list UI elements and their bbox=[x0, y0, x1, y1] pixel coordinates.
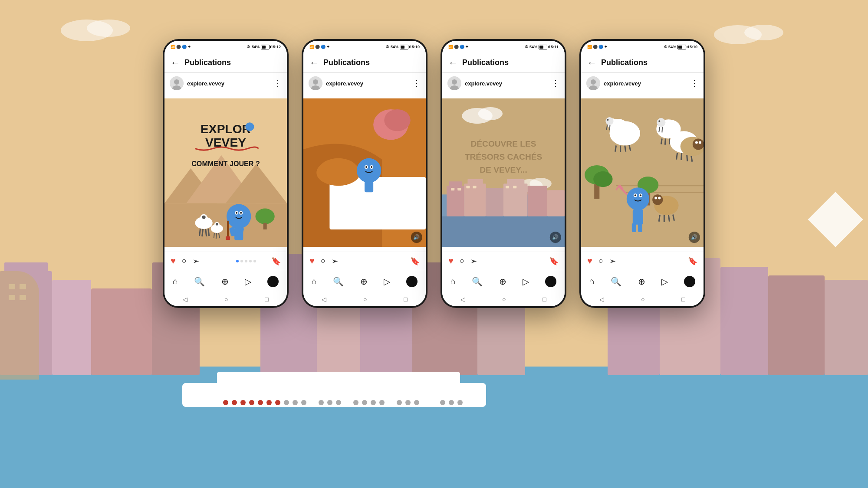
action-icons-4: ♥ ○ ➢ bbox=[587, 256, 688, 266]
page-indicator-1 bbox=[221, 260, 271, 262]
nav-profile-3[interactable] bbox=[545, 276, 556, 287]
android-home-1[interactable]: ○ bbox=[224, 296, 228, 303]
svg-rect-177 bbox=[633, 210, 643, 225]
share-button-4[interactable]: ➢ bbox=[609, 256, 616, 266]
svg-text:🔊: 🔊 bbox=[691, 234, 698, 240]
share-button-1[interactable]: ➢ bbox=[193, 256, 199, 266]
svg-line-73 bbox=[200, 229, 201, 236]
like-button-3[interactable]: ♥ bbox=[448, 256, 454, 266]
nav-home-2[interactable]: ⌂ bbox=[312, 276, 317, 286]
battery-percent-4: 54% bbox=[668, 45, 676, 49]
android-home-3[interactable]: ○ bbox=[502, 296, 506, 303]
nav-create-4[interactable]: ⊕ bbox=[638, 276, 645, 287]
svg-point-103 bbox=[452, 79, 457, 85]
nav-profile-2[interactable] bbox=[406, 276, 418, 287]
svg-point-72 bbox=[202, 216, 206, 219]
back-button-2[interactable]: ← bbox=[309, 57, 319, 69]
nav-profile-1[interactable] bbox=[267, 276, 279, 287]
phone-1: 📶 ⚫ 🔵 ✦ ✲ 54% 15:12 ← Publications bbox=[163, 39, 289, 308]
comment-button-4[interactable]: ○ bbox=[598, 256, 603, 265]
android-home-2[interactable]: ○ bbox=[363, 296, 367, 303]
like-button-2[interactable]: ♥ bbox=[309, 256, 315, 266]
nav-reels-1[interactable]: ▷ bbox=[245, 276, 251, 287]
nav-create-1[interactable]: ⊕ bbox=[221, 276, 229, 287]
svg-text:DÉCOUVRE LES: DÉCOUVRE LES bbox=[471, 139, 536, 148]
comment-button-3[interactable]: ○ bbox=[460, 256, 464, 265]
save-button-2[interactable]: 🔖 bbox=[410, 256, 420, 266]
android-home-4[interactable]: ○ bbox=[641, 296, 644, 303]
post-image-2: 🔊 bbox=[303, 94, 426, 252]
boat bbox=[182, 370, 486, 415]
share-button-2[interactable]: ➢ bbox=[332, 256, 338, 266]
save-button-1[interactable]: 🔖 bbox=[271, 256, 281, 266]
save-button-4[interactable]: 🔖 bbox=[688, 256, 697, 266]
nav-home-4[interactable]: ⌂ bbox=[589, 276, 595, 286]
page-title-4: Publications bbox=[601, 58, 648, 67]
android-back-4[interactable]: ◁ bbox=[599, 296, 604, 303]
top-bar-2: ← Publications bbox=[303, 53, 426, 73]
svg-line-81 bbox=[216, 233, 217, 239]
nav-search-4[interactable]: 🔍 bbox=[611, 276, 621, 287]
nav-reels-2[interactable]: ▷ bbox=[384, 276, 390, 287]
action-icons-2: ♥ ○ ➢ bbox=[309, 256, 410, 266]
battery-icon-4 bbox=[677, 45, 686, 49]
more-menu-2[interactable]: ⋮ bbox=[413, 79, 421, 87]
nav-search-2[interactable]: 🔍 bbox=[333, 276, 344, 287]
svg-point-63 bbox=[236, 212, 237, 214]
svg-text:EXPLOR: EXPLOR bbox=[201, 122, 251, 136]
svg-line-145 bbox=[615, 146, 616, 152]
nav-home-3[interactable]: ⌂ bbox=[450, 276, 456, 286]
svg-point-39 bbox=[405, 400, 411, 405]
nav-reels-3[interactable]: ▷ bbox=[523, 276, 529, 287]
battery-percent-2: 54% bbox=[391, 45, 398, 49]
svg-point-172 bbox=[627, 187, 649, 210]
comment-button-2[interactable]: ○ bbox=[321, 256, 326, 265]
android-back-3[interactable]: ◁ bbox=[460, 296, 465, 303]
android-back-2[interactable]: ◁ bbox=[322, 296, 326, 303]
android-recents-2[interactable]: □ bbox=[404, 296, 407, 303]
svg-text:🔊: 🔊 bbox=[552, 234, 559, 240]
svg-rect-120 bbox=[503, 183, 527, 216]
svg-point-142 bbox=[607, 119, 608, 121]
bluetooth-icon-2: ✲ bbox=[386, 45, 389, 49]
post-header-3: explore.vevey ⋮ bbox=[442, 73, 565, 94]
back-button-4[interactable]: ← bbox=[587, 57, 597, 69]
like-button-4[interactable]: ♥ bbox=[587, 256, 592, 266]
android-recents-3[interactable]: □ bbox=[542, 296, 546, 303]
android-recents-4[interactable]: □ bbox=[681, 296, 685, 303]
back-button-3[interactable]: ← bbox=[448, 57, 458, 69]
svg-point-99 bbox=[384, 109, 410, 131]
like-button-1[interactable]: ♥ bbox=[171, 256, 176, 266]
save-button-3[interactable]: 🔖 bbox=[549, 256, 559, 266]
svg-rect-178 bbox=[632, 223, 636, 232]
svg-text:DE VEVEY...: DE VEVEY... bbox=[480, 165, 527, 174]
nav-profile-4[interactable] bbox=[684, 276, 695, 287]
share-button-3[interactable]: ➢ bbox=[470, 256, 477, 266]
svg-point-151 bbox=[658, 120, 660, 122]
nav-reels-4[interactable]: ▷ bbox=[661, 276, 668, 287]
page-title-3: Publications bbox=[462, 58, 509, 67]
more-menu-3[interactable]: ⋮ bbox=[552, 79, 559, 87]
nav-search-3[interactable]: 🔍 bbox=[472, 276, 483, 287]
more-menu-4[interactable]: ⋮ bbox=[690, 79, 698, 87]
android-recents-1[interactable]: □ bbox=[265, 296, 268, 303]
nav-search-1[interactable]: 🔍 bbox=[194, 276, 205, 287]
more-menu-1[interactable]: ⋮ bbox=[274, 79, 282, 87]
back-button-1[interactable]: ← bbox=[171, 57, 180, 69]
comment-button-1[interactable]: ○ bbox=[182, 256, 187, 265]
svg-line-154 bbox=[661, 138, 662, 144]
battery-icon-2 bbox=[400, 45, 408, 49]
nav-home-1[interactable]: ⌂ bbox=[173, 276, 178, 286]
nav-create-2[interactable]: ⊕ bbox=[360, 276, 368, 287]
svg-rect-117 bbox=[464, 183, 486, 216]
status-left-3: 📶 ⚫ 🔵 ✦ bbox=[448, 45, 468, 49]
post-header-2: explore.vevey ⋮ bbox=[303, 73, 426, 94]
nav-create-3[interactable]: ⊕ bbox=[499, 276, 506, 287]
time-4: 15:10 bbox=[687, 45, 697, 49]
android-back-1[interactable]: ◁ bbox=[183, 296, 187, 303]
avatar-2 bbox=[309, 76, 322, 90]
bluetooth-icon-3: ✲ bbox=[525, 45, 528, 49]
svg-point-40 bbox=[414, 400, 419, 405]
svg-point-79 bbox=[216, 223, 218, 226]
svg-line-147 bbox=[625, 146, 626, 152]
